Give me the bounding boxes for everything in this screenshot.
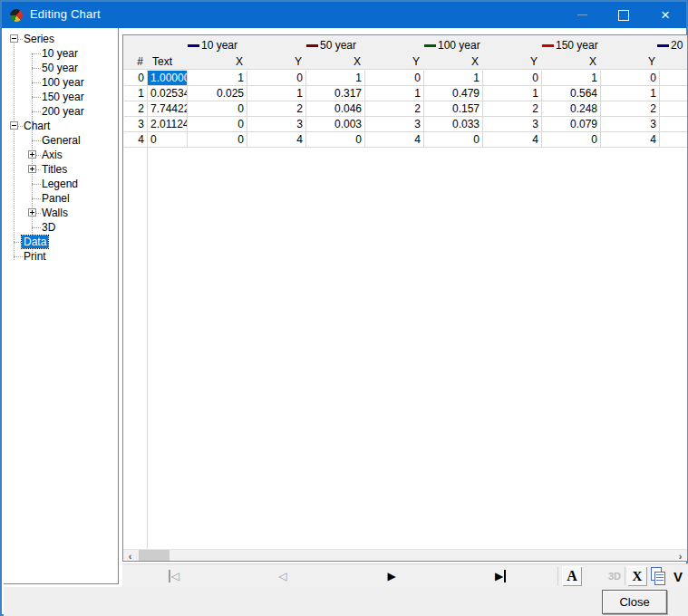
close-window-button[interactable]: × — [644, 2, 686, 28]
tree-item-walls[interactable]: Walls — [25, 206, 70, 220]
grid-cell-r3-c1[interactable]: 2.01124 — [148, 117, 188, 131]
collapse-icon[interactable] — [10, 121, 18, 130]
first-record-button[interactable]: ◁ — [161, 566, 187, 585]
grid-cell-r4-c4[interactable]: 0 — [306, 132, 365, 147]
grid-cell-r2-c1[interactable]: 7.74422 — [148, 101, 188, 116]
grid-cell-r3-c6[interactable]: 0.033 — [424, 117, 483, 131]
next-record-button[interactable]: ▶ — [379, 566, 404, 585]
tree-item-legend[interactable]: Legend — [25, 177, 80, 191]
grid-cell-r0-c3[interactable]: 0 — [247, 71, 306, 85]
grid-cell-r1-c5[interactable]: 1 — [365, 86, 424, 101]
tree-item-chart[interactable]: Chart — [7, 119, 52, 133]
tree-item-100-year[interactable]: 100 year — [25, 75, 86, 90]
series-header-150-year: 150 year — [542, 39, 598, 52]
grid-cell-r2-c3[interactable]: 2 — [247, 101, 306, 116]
grid-cell-r1-c4[interactable]: 0.317 — [306, 86, 365, 101]
grid-cell-r4-c8[interactable]: 0 — [542, 132, 601, 147]
title-bar: Editing Chart × — [2, 2, 686, 28]
maximize-button[interactable] — [603, 2, 644, 28]
table-row: 10.025340.02510.31710.47910.5641 — [124, 86, 687, 101]
grid-cell-r2-c5[interactable]: 2 — [365, 101, 424, 116]
grid-cell-r1-c0[interactable]: 1 — [125, 86, 148, 101]
grid-cell-r0-c5[interactable]: 0 — [365, 71, 424, 85]
grid-cell-r4-c2[interactable]: 0 — [188, 132, 247, 147]
grid-cell-r0-c1[interactable]: 1.00000 — [148, 71, 188, 85]
grid-cell-r3-c9[interactable]: 3 — [601, 117, 660, 131]
grid-cell-r4-c6[interactable]: 0 — [424, 132, 483, 147]
grid-cell-r4-c9[interactable]: 4 — [601, 132, 660, 147]
tree-item-axis[interactable]: Axis — [25, 148, 64, 162]
minimize-icon — [577, 14, 587, 15]
scroll-right-arrow-icon[interactable]: › — [673, 550, 687, 562]
grid-cell-r4-c3[interactable]: 4 — [247, 132, 306, 147]
grid-cell-r4-c0[interactable]: 4 — [125, 132, 148, 147]
scrollbar-thumb[interactable] — [139, 550, 170, 562]
grid-cell-r4-c1[interactable]: 0 — [148, 132, 188, 147]
grid-cell-r2-c8[interactable]: 0.248 — [542, 101, 601, 116]
close-button[interactable]: Close — [602, 590, 667, 614]
tree-item-titles[interactable]: Titles — [25, 162, 69, 177]
grid-cell-r1-c9[interactable]: 1 — [601, 86, 660, 101]
grid-cell-r2-c9[interactable]: 2 — [601, 101, 660, 116]
expand-icon[interactable] — [28, 165, 36, 173]
grid-cell-r1-c7[interactable]: 1 — [483, 86, 542, 101]
grid-cell-r2-c4[interactable]: 0.046 — [306, 101, 365, 116]
grid-cell-r0-c4[interactable]: 1 — [306, 71, 365, 85]
grid-cell-r0-c8[interactable]: 1 — [542, 71, 601, 85]
grid-cell-r0-c0[interactable]: 0 — [125, 71, 148, 85]
dialog-footer: Close — [4, 587, 688, 616]
grid-cell-r3-c2[interactable]: 0 — [188, 117, 247, 131]
column-header-num: # — [125, 55, 148, 68]
collapse-icon[interactable] — [10, 34, 18, 43]
grid-cell-r3-c7[interactable]: 3 — [483, 117, 542, 131]
grid-cell-r2-c6[interactable]: 0.157 — [424, 101, 483, 116]
delete-button[interactable]: X — [627, 566, 647, 586]
table-row: 32.01124030.00330.03330.0793 — [124, 117, 687, 132]
tree-item-panel[interactable]: Panel — [25, 191, 72, 206]
expand-icon[interactable] — [28, 150, 36, 159]
color-palette-button[interactable] — [585, 568, 601, 584]
scroll-left-arrow-icon[interactable]: ‹ — [123, 550, 137, 562]
grid-cell-r1-c2[interactable]: 0.025 — [188, 86, 247, 101]
grid-cell-r1-c8[interactable]: 0.564 — [542, 86, 601, 101]
row-number-separator — [147, 70, 148, 549]
grid-cell-r3-c5[interactable]: 3 — [365, 117, 424, 131]
tree-item-general[interactable]: General — [25, 133, 82, 148]
tree-item-150-year[interactable]: 150 year — [25, 90, 86, 104]
grid-cell-r4-c5[interactable]: 4 — [365, 132, 424, 147]
grid-cell-r2-c7[interactable]: 2 — [483, 101, 542, 116]
last-record-button[interactable]: ▶ — [488, 566, 513, 585]
tree-item-50-year[interactable]: 50 year — [25, 61, 80, 75]
grid-cell-r4-c7[interactable]: 4 — [483, 132, 542, 147]
grid-cell-r2-c2[interactable]: 0 — [188, 101, 247, 116]
grid-cell-r1-c1[interactable]: 0.02534 — [148, 86, 188, 101]
confirm-button[interactable]: V — [670, 566, 686, 586]
grid-cell-r0-c9[interactable]: 0 — [601, 71, 660, 85]
horizontal-scrollbar[interactable]: ‹ › — [123, 549, 687, 562]
grid-cell-r2-c0[interactable]: 2 — [125, 101, 148, 116]
copy-button[interactable] — [649, 567, 667, 585]
tree-item-3d[interactable]: 3D — [25, 220, 57, 235]
expand-icon[interactable] — [28, 208, 36, 217]
grid-cell-r3-c0[interactable]: 3 — [125, 117, 148, 131]
grid-cell-r0-c2[interactable]: 1 — [188, 71, 247, 85]
tree-item-series[interactable]: Series — [7, 32, 56, 46]
tree-item-200-year[interactable]: 200 year — [25, 104, 86, 119]
prior-record-button[interactable]: ◁ — [270, 566, 296, 585]
tree-item-print[interactable]: Print — [7, 249, 48, 264]
tree-item-10-year[interactable]: 10 year — [25, 46, 80, 61]
grid-cell-r3-c3[interactable]: 3 — [247, 117, 306, 131]
grid-cell-r0-c6[interactable]: 1 — [424, 71, 483, 85]
tree-connector — [32, 184, 41, 185]
grid-cell-r1-c3[interactable]: 1 — [247, 86, 306, 101]
toolbar-separator — [625, 567, 625, 585]
text-style-button[interactable]: A — [562, 566, 582, 586]
minimize-button[interactable] — [561, 2, 603, 28]
grid-cell-r3-c4[interactable]: 0.003 — [306, 117, 365, 131]
grid-cell-r3-c8[interactable]: 0.079 — [542, 117, 601, 131]
grid-cell-clipped — [660, 117, 687, 131]
grid-cell-r1-c6[interactable]: 0.479 — [424, 86, 483, 101]
3d-button[interactable]: 3D — [605, 566, 625, 586]
tree-item-data[interactable]: Data — [7, 235, 48, 249]
grid-cell-r0-c7[interactable]: 0 — [483, 71, 542, 85]
